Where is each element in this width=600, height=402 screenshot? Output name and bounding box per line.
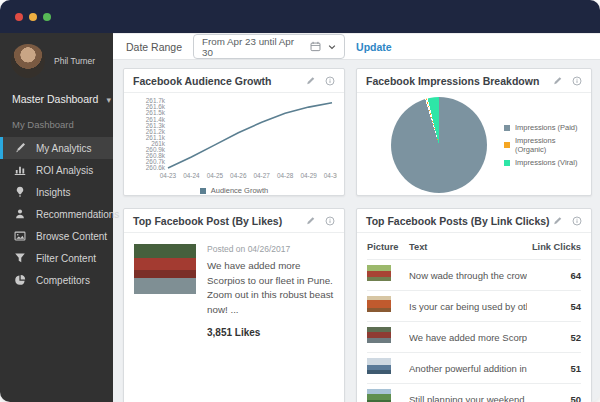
table-row[interactable]: Another powerful addition in Vizag ...51 (367, 352, 581, 383)
post-text: Still planning your weekend trip? Se... (409, 394, 527, 402)
main-area: Date Range From Apr 23 until Apr 30 Upda… (113, 33, 600, 402)
edit-pencil-icon[interactable] (306, 216, 316, 226)
info-icon[interactable] (325, 216, 335, 226)
sidebar-item-browse-content[interactable]: Browse Content (0, 225, 113, 247)
window-titlebar (0, 0, 600, 33)
sidebar-item-filter-content[interactable]: Filter Content (0, 247, 113, 269)
impressions-pie-chart: Impressions (Paid)Impressions (Organic)I… (357, 93, 591, 196)
svg-text:260.9k: 260.9k (146, 146, 166, 153)
svg-text:261.7k: 261.7k (146, 97, 166, 104)
sidebar-nav: My AnalyticsROI AnalysisInsightsRecommen… (0, 137, 113, 291)
close-window-icon[interactable] (15, 13, 23, 21)
funnel-icon (14, 252, 26, 264)
card-title: Top Facebook Posts (By Link Clicks) (366, 215, 550, 227)
pie-chart (391, 97, 487, 193)
table-header: Picture Text Link Clicks (367, 236, 581, 259)
post-thumbnail (367, 327, 391, 343)
pen-icon (14, 142, 26, 154)
line-chart: 260.6k260.7k260.8k260.9k261k261.1k261.2k… (131, 96, 337, 188)
pie-legend-item: Impressions (Viral) (504, 158, 585, 167)
legend-swatch (504, 125, 510, 131)
svg-text:261.3k: 261.3k (146, 122, 166, 129)
sidebar-item-competitors[interactable]: Competitors (0, 269, 113, 291)
sidebar-item-label: Filter Content (36, 253, 96, 264)
edit-pencil-icon[interactable] (306, 76, 316, 86)
svg-text:04-28: 04-28 (277, 172, 294, 179)
edit-pencil-icon[interactable] (553, 76, 563, 86)
top-post-body: Posted on 04/26/2017 We have added more … (124, 233, 344, 349)
svg-text:04-26: 04-26 (230, 172, 247, 179)
chart-legend: Audience Growth (200, 186, 269, 195)
calendar-icon (310, 41, 321, 52)
update-button[interactable]: Update (356, 41, 392, 53)
svg-text:260.8k: 260.8k (146, 152, 166, 159)
top-post-card: Top Facebook Post (By Likes) Posted on 0… (123, 208, 345, 402)
cards-grid: Facebook Audience Growth 260.6k260.7k260… (113, 60, 600, 402)
svg-text:261.2k: 261.2k (146, 128, 166, 135)
audience-growth-chart: 260.6k260.7k260.8k260.9k261k261.1k261.2k… (124, 93, 344, 195)
column-header-text: Text (409, 242, 527, 252)
post-text: Is your car being used by other fma... (409, 301, 527, 312)
minimize-window-icon[interactable] (29, 13, 37, 21)
pie-legend: Impressions (Paid)Impressions (Organic)I… (504, 123, 585, 167)
date-range-label: Date Range (126, 41, 182, 53)
sidebar-item-label: Competitors (36, 275, 90, 286)
maximize-window-icon[interactable] (43, 13, 51, 21)
svg-text:261.4k: 261.4k (146, 116, 166, 123)
card-title: Top Facebook Post (By Likes) (133, 215, 282, 227)
sidebar-item-label: Recommendations (36, 209, 119, 220)
edit-pencil-icon[interactable] (553, 216, 563, 226)
sidebar-item-label: ROI Analysis (36, 165, 93, 176)
post-text: We have added more Scorpios to o... (409, 332, 527, 343)
dashboard-selector[interactable]: Master Dashboard▾ (0, 78, 113, 105)
sidebar-section-label: My Dashboard (0, 105, 113, 137)
image-icon (14, 230, 26, 242)
table-row[interactable]: We have added more Scorpios to o...52 (367, 321, 581, 352)
top-posts-clicks-card: Top Facebook Posts (By Link Clicks) Pict… (356, 208, 592, 402)
table-body: Now wade through the crowded Ba...64Is y… (367, 259, 581, 402)
svg-text:261.5k: 261.5k (146, 109, 166, 116)
info-icon[interactable] (325, 76, 335, 86)
sidebar-item-label: My Analytics (36, 143, 92, 154)
table-row[interactable]: Is your car being used by other fma...54 (367, 290, 581, 321)
sidebar-item-roi-analysis[interactable]: ROI Analysis (0, 159, 113, 181)
sidebar-item-insights[interactable]: Insights (0, 181, 113, 203)
legend-label: Audience Growth (211, 186, 269, 195)
date-range-toolbar: Date Range From Apr 23 until Apr 30 Upda… (113, 34, 600, 60)
column-header-picture: Picture (367, 242, 409, 252)
info-icon[interactable] (572, 76, 582, 86)
dashboard-selector-label: Master Dashboard (12, 93, 98, 105)
post-text: Another powerful addition in Vizag ... (409, 363, 527, 374)
svg-text:04-25: 04-25 (207, 172, 224, 179)
svg-text:261k: 261k (151, 140, 166, 147)
link-clicks-table: Picture Text Link Clicks Now wade throug… (357, 233, 591, 402)
sidebar-item-recommendations[interactable]: Recommendations (0, 203, 113, 225)
user-profile[interactable]: Phil Turner (0, 33, 113, 78)
post-photo[interactable] (134, 244, 196, 294)
pie-legend-item: Impressions (Paid) (504, 123, 585, 132)
svg-text:260.6k: 260.6k (146, 164, 166, 171)
column-header-link-clicks: Link Clicks (527, 242, 581, 252)
table-row[interactable]: Now wade through the crowded Ba...64 (367, 259, 581, 290)
info-icon[interactable] (572, 216, 582, 226)
svg-text:04-24: 04-24 (183, 172, 200, 179)
svg-text:04-30: 04-30 (324, 172, 337, 179)
svg-text:04-27: 04-27 (254, 172, 271, 179)
chevron-down-icon[interactable] (328, 43, 336, 51)
date-range-value: From Apr 23 until Apr 30 (202, 36, 303, 58)
pie-chart-icon (14, 274, 26, 286)
sidebar-item-my-analytics[interactable]: My Analytics (0, 137, 113, 159)
card-title: Facebook Audience Growth (133, 75, 271, 87)
table-row[interactable]: Still planning your weekend trip? Se...5… (367, 383, 581, 402)
post-thumbnail (367, 265, 391, 281)
date-range-input[interactable]: From Apr 23 until Apr 30 (193, 34, 345, 59)
card-title: Facebook Impressions Breakdown (366, 75, 539, 87)
svg-text:04-29: 04-29 (300, 172, 317, 179)
bar-chart-icon (14, 164, 26, 176)
lightbulb-icon (14, 186, 26, 198)
post-thumbnail (367, 389, 391, 402)
link-clicks-value: 52 (527, 332, 581, 343)
post-thumbnail (367, 358, 391, 374)
dashboard-window: Phil Turner Master Dashboard▾ My Dashboa… (0, 0, 600, 402)
sidebar-item-label: Insights (36, 187, 70, 198)
